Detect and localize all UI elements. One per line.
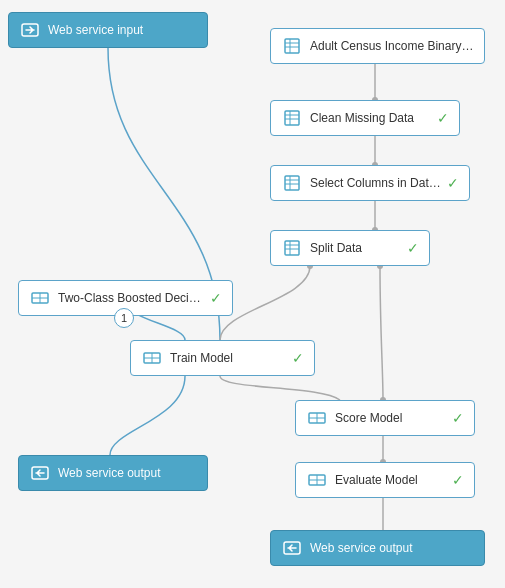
two-class-label: Two-Class Boosted Decision ... (58, 291, 204, 305)
module-icon (281, 107, 303, 129)
ws-input-node[interactable]: Web service input (8, 12, 208, 48)
ws-input-label: Web service input (48, 23, 197, 37)
ws-output-2-icon (281, 537, 303, 559)
svg-rect-16 (285, 176, 299, 190)
clean-missing-node[interactable]: Clean Missing Data ✓ (270, 100, 460, 136)
split-data-node[interactable]: Split Data ✓ (270, 230, 430, 266)
svg-rect-12 (285, 111, 299, 125)
ws-output-1-label: Web service output (58, 466, 197, 480)
evaluate-model-check: ✓ (452, 472, 464, 488)
svg-rect-20 (285, 241, 299, 255)
two-class-icon (29, 287, 51, 309)
train-model-icon (141, 347, 163, 369)
ws-output-2-node[interactable]: Web service output (270, 530, 485, 566)
svg-rect-8 (285, 39, 299, 53)
dataset-icon (281, 35, 303, 57)
module-icon-2 (281, 172, 303, 194)
evaluate-model-node[interactable]: Evaluate Model ✓ (295, 462, 475, 498)
two-class-check: ✓ (210, 290, 222, 306)
train-model-label: Train Model (170, 351, 286, 365)
score-model-node[interactable]: Score Model ✓ (295, 400, 475, 436)
adult-census-label: Adult Census Income Binary ... (310, 39, 474, 53)
ws-output-2-label: Web service output (310, 541, 474, 555)
train-model-check: ✓ (292, 350, 304, 366)
evaluate-model-icon (306, 469, 328, 491)
select-columns-node[interactable]: Select Columns in Dataset ✓ (270, 165, 470, 201)
ws-output-1-node[interactable]: Web service output (18, 455, 208, 491)
score-model-label: Score Model (335, 411, 446, 425)
clean-missing-check: ✓ (437, 110, 449, 126)
clean-missing-label: Clean Missing Data (310, 111, 431, 125)
split-data-check: ✓ (407, 240, 419, 256)
ws-input-icon (19, 19, 41, 41)
split-data-label: Split Data (310, 241, 401, 255)
connection-badge: 1 (114, 308, 134, 328)
select-columns-label: Select Columns in Dataset (310, 176, 441, 190)
pipeline-canvas: Web service input Adult Census Income Bi… (0, 0, 505, 588)
train-model-node[interactable]: Train Model ✓ (130, 340, 315, 376)
ws-output-1-icon (29, 462, 51, 484)
score-model-icon (306, 407, 328, 429)
select-columns-check: ✓ (447, 175, 459, 191)
evaluate-model-label: Evaluate Model (335, 473, 446, 487)
adult-census-node[interactable]: Adult Census Income Binary ... (270, 28, 485, 64)
score-model-check: ✓ (452, 410, 464, 426)
module-icon-3 (281, 237, 303, 259)
